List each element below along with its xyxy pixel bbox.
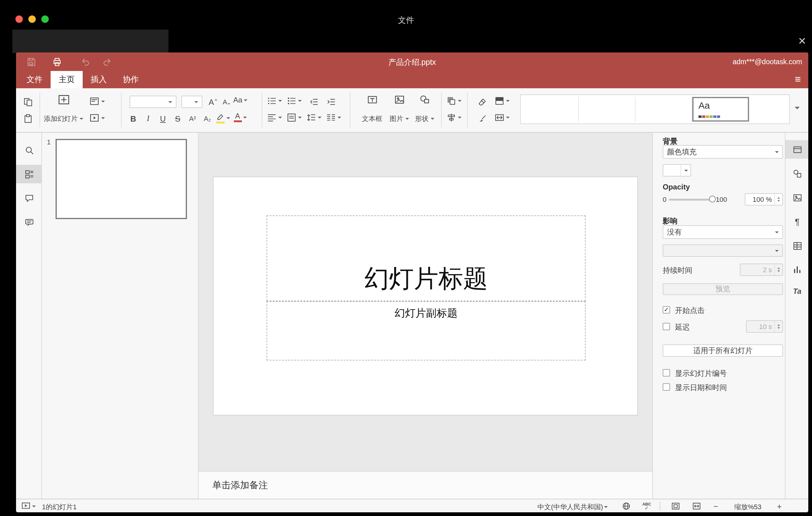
opacity-slider-knob[interactable] [709, 196, 716, 202]
bullet-list-button[interactable] [266, 96, 282, 106]
image-settings-tab[interactable] [791, 191, 803, 204]
zoom-in-button[interactable]: + [775, 502, 784, 511]
increase-indent-button[interactable] [324, 96, 337, 108]
decrease-indent-button[interactable] [307, 96, 320, 108]
tab-home[interactable]: 主页 [51, 71, 83, 88]
paragraph-settings-tab[interactable]: ¶ [791, 216, 803, 228]
comments-button[interactable] [23, 192, 35, 204]
zoom-out-button[interactable]: − [712, 502, 720, 511]
fit-slide-button[interactable] [670, 500, 681, 512]
title-placeholder[interactable]: 幻灯片标题 [266, 216, 585, 301]
tab-collaboration[interactable]: 协作 [115, 71, 147, 88]
undo-button[interactable] [79, 56, 91, 68]
spin-up-icon[interactable] [778, 267, 780, 269]
underline-button[interactable]: U [156, 112, 170, 125]
copy-style-button[interactable] [476, 112, 488, 125]
paste-button[interactable] [22, 112, 34, 125]
insert-shape-label[interactable]: 形状 [406, 114, 443, 123]
image-text: 图片 [390, 114, 403, 123]
decrease-font-button[interactable]: A [220, 96, 233, 108]
increase-font-button[interactable]: A [206, 96, 220, 108]
insert-shape-button[interactable] [418, 93, 431, 106]
slide-canvas[interactable]: 幻灯片标题 幻灯片副标题 [213, 176, 638, 415]
font-color-button[interactable]: A [233, 112, 247, 122]
notes-area[interactable]: 单击添加备注 [199, 471, 652, 499]
add-slide-label[interactable]: 添加幻灯片 [39, 114, 88, 123]
delay-checkbox[interactable] [663, 323, 670, 330]
font-size-combo[interactable] [181, 96, 202, 108]
save-button[interactable] [25, 56, 37, 68]
shape-settings-tab[interactable] [791, 167, 803, 180]
spin-down-icon[interactable] [778, 200, 780, 202]
effect-select[interactable]: 没有 [663, 225, 783, 239]
redo-button[interactable] [100, 56, 113, 68]
spin-up-icon[interactable] [778, 197, 780, 199]
fill-color-picker[interactable] [663, 164, 691, 176]
document-language-button[interactable] [621, 500, 632, 512]
theme-option-selected[interactable]: Aa [692, 97, 749, 122]
vertical-align-button[interactable] [286, 112, 302, 123]
add-slide-button[interactable] [57, 93, 70, 106]
show-slide-number-checkbox[interactable] [663, 369, 670, 376]
vertical-align-icon [286, 112, 297, 123]
numbered-list-button[interactable] [286, 96, 302, 106]
show-date-time-checkbox[interactable] [663, 383, 670, 391]
slides-panel-button[interactable] [23, 168, 35, 180]
arrange-shapes-button[interactable] [446, 96, 462, 106]
strikeout-button[interactable]: S [171, 112, 184, 125]
tab-insert[interactable]: 插入 [83, 71, 115, 88]
preview-button[interactable]: 预览 [663, 283, 783, 295]
line-spacing-button[interactable] [306, 112, 321, 123]
table-settings-tab[interactable] [791, 239, 803, 252]
slide-size-button[interactable] [494, 112, 510, 123]
start-slideshow-button[interactable] [21, 501, 36, 511]
spellcheck-button[interactable]: ABC ✓ [640, 500, 653, 512]
slide-layout-button[interactable] [89, 96, 105, 107]
text-art-settings-tab[interactable]: Ta [791, 285, 803, 297]
theme-option-3[interactable] [636, 97, 692, 122]
clear-style-button[interactable] [476, 96, 488, 108]
font-name-combo[interactable] [129, 96, 176, 108]
start-on-click-checkbox[interactable]: ✓ [663, 306, 670, 314]
spin-down-icon[interactable] [778, 270, 780, 272]
spin-up-icon[interactable] [778, 324, 780, 326]
fill-type-select[interactable]: 颜色填充 [663, 145, 783, 159]
textbox-text: 文本框 [362, 114, 382, 123]
dialog-close-button[interactable]: ✕ [795, 34, 810, 48]
effect-type-select[interactable] [663, 245, 783, 257]
horizontal-align-button[interactable] [266, 112, 282, 123]
columns-button[interactable] [326, 112, 341, 123]
insert-textbox-button[interactable] [366, 93, 378, 106]
italic-button[interactable]: I [141, 112, 155, 125]
copy-button[interactable] [22, 96, 34, 108]
color-scheme-button[interactable] [494, 96, 510, 106]
align-shapes-button[interactable] [446, 112, 462, 123]
print-button[interactable] [51, 56, 63, 68]
insert-image-button[interactable] [393, 93, 405, 106]
slide-thumbnail[interactable] [56, 139, 187, 219]
theme-option-1[interactable] [522, 97, 579, 122]
start-slideshow-dropdown[interactable] [89, 112, 105, 123]
theme-gallery-expand-button[interactable] [795, 107, 800, 109]
slide-settings-tab[interactable] [791, 143, 803, 155]
theme-option-2[interactable] [579, 97, 636, 122]
tab-file[interactable]: 文件 [19, 71, 51, 88]
fit-width-button[interactable] [691, 500, 702, 512]
duration-spinner[interactable]: 2 s [740, 263, 783, 276]
change-case-button[interactable]: Aa [233, 96, 247, 104]
spin-down-icon[interactable] [778, 327, 780, 329]
apply-to-all-slides-button[interactable]: 适用于所有幻灯片 [663, 344, 783, 357]
hamburger-menu-button[interactable]: ≡ [795, 72, 801, 87]
language-selector[interactable]: 中文(中华人民共和国) [538, 503, 608, 512]
bold-button[interactable]: B [126, 112, 140, 125]
superscript-button[interactable]: A² [186, 112, 199, 125]
subtitle-placeholder[interactable]: 幻灯片副标题 [266, 301, 585, 361]
highlight-color-button[interactable] [215, 112, 230, 123]
opacity-slider-track[interactable] [669, 199, 713, 201]
subscript-button[interactable]: A₂ [201, 112, 214, 125]
search-button[interactable] [23, 144, 35, 156]
chart-settings-tab[interactable] [791, 263, 803, 275]
delay-spinner[interactable]: 10 s [746, 320, 783, 333]
feedback-button[interactable] [23, 216, 35, 228]
opacity-value-spinner[interactable]: 100 % [745, 193, 783, 205]
